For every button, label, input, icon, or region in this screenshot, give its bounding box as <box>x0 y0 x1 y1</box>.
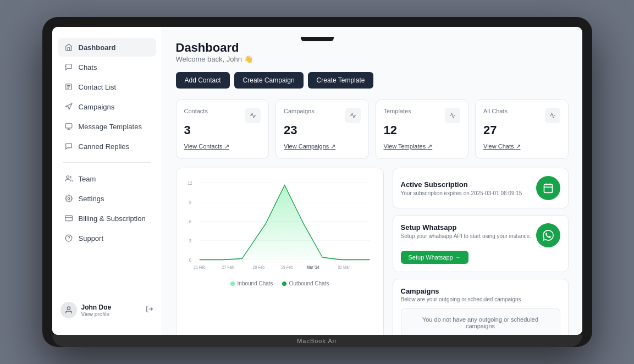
svg-point-8 <box>68 197 70 200</box>
whatsapp-title: Setup Whatsapp <box>401 223 531 231</box>
list-icon <box>64 82 73 91</box>
svg-text:0: 0 <box>189 257 191 263</box>
stat-link-campaigns[interactable]: View Campaigns ↗ <box>284 143 335 150</box>
sidebar-label-campaigns: Campaigns <box>79 103 115 111</box>
chart-svg: 12 9 6 3 0 <box>185 177 374 276</box>
legend-outbound-label: Outbound Chats <box>289 280 329 286</box>
svg-text:28 Feb: 28 Feb <box>252 265 264 271</box>
welcome-text: Welcome back, John 👋 <box>176 55 569 63</box>
sidebar-item-dashboard[interactable]: Dashboard <box>58 38 156 57</box>
subscription-text: Active Subscription Your subscription ex… <box>401 180 522 196</box>
svg-rect-4 <box>65 124 72 128</box>
chart-legend: Inbound Chats Outbound Chats <box>185 280 374 286</box>
campaigns-section-sub: Below are your outgoing or scheduled cam… <box>401 296 560 302</box>
campaigns-section-card: Campaigns Below are your outgoing or sch… <box>393 279 569 335</box>
page-title: Dashboard <box>176 41 569 55</box>
stat-link-contacts[interactable]: View Contacts ↗ <box>184 143 229 150</box>
bottom-row: 12 9 6 3 0 <box>176 168 569 335</box>
sidebar-label-team: Team <box>79 175 96 183</box>
whatsapp-icon <box>536 223 560 247</box>
megaphone-icon <box>64 102 73 111</box>
campaigns-section-title: Campaigns <box>401 287 560 295</box>
stat-value-chats: 27 <box>483 123 560 137</box>
svg-text:02 Mar: 02 Mar <box>338 265 350 271</box>
stats-icon-chats <box>545 108 560 123</box>
sidebar-label-contact-list: Contact List <box>79 83 117 91</box>
legend-outbound: Outbound Chats <box>282 280 329 286</box>
add-contact-button[interactable]: Add Contact <box>176 72 230 89</box>
svg-point-7 <box>66 176 69 179</box>
user-info: John Doe View profile <box>81 304 112 317</box>
avatar <box>60 302 77 318</box>
right-panel: Active Subscription Your subscription ex… <box>393 168 569 335</box>
svg-text:27 Feb: 27 Feb <box>222 265 233 271</box>
setup-whatsapp-button[interactable]: Setup Whatsapp → <box>401 251 468 264</box>
stat-card-chats: All Chats 27 View Chats ↗ <box>475 100 569 159</box>
sidebar-label-billing: Billing & Subscription <box>79 214 146 223</box>
sidebar-item-chats[interactable]: Chats <box>58 58 156 76</box>
svg-point-12 <box>67 307 70 310</box>
sidebar-nav: Dashboard Chats Contact List <box>52 38 162 296</box>
whatsapp-sub: Setup your whatsapp API to start using y… <box>401 233 531 239</box>
inbound-dot <box>230 282 235 286</box>
home-icon <box>64 43 73 52</box>
sidebar-item-support[interactable]: Support <box>58 229 156 247</box>
gear-icon <box>64 194 73 203</box>
stat-label-contacts: Contacts <box>184 108 208 114</box>
users-icon <box>64 174 73 183</box>
sidebar-item-team[interactable]: Team <box>58 169 156 188</box>
sidebar-label-canned-replies: Canned Replies <box>79 142 130 151</box>
stats-icon-campaigns <box>345 108 361 123</box>
stats-icon-templates <box>445 108 460 123</box>
sidebar: Dashboard Chats Contact List <box>52 27 162 335</box>
sidebar-label-support: Support <box>79 234 104 242</box>
reply-icon <box>64 142 73 151</box>
stat-link-chats[interactable]: View Chats ↗ <box>483 143 521 150</box>
sidebar-user-section: John Doe View profile <box>52 296 162 324</box>
chart-card: 12 9 6 3 0 <box>176 168 384 335</box>
main-content: Dashboard Welcome back, John 👋 Add Conta… <box>162 27 582 335</box>
stat-card-contacts: Contacts 3 View Contacts ↗ <box>176 100 269 159</box>
sidebar-label-settings: Settings <box>79 195 104 203</box>
svg-text:Mar '24: Mar '24 <box>306 265 319 271</box>
sidebar-item-campaigns[interactable]: Campaigns <box>58 97 156 116</box>
template-icon <box>64 122 73 131</box>
outbound-dot <box>282 282 286 286</box>
stats-icon-contacts <box>245 108 261 123</box>
sidebar-divider <box>63 162 151 163</box>
stat-label-campaigns: Campaigns <box>284 108 315 114</box>
subscription-title: Active Subscription <box>401 180 522 189</box>
create-campaign-button[interactable]: Create Campaign <box>234 72 304 89</box>
whatsapp-text: Setup Whatsapp Setup your whatsapp API t… <box>401 223 531 239</box>
stat-card-campaigns: Campaigns 23 View Campaigns ↗ <box>275 100 369 159</box>
sidebar-item-canned-replies[interactable]: Canned Replies <box>58 137 156 156</box>
user-name: John Doe <box>81 304 112 311</box>
svg-text:3: 3 <box>189 238 191 244</box>
stat-value-contacts: 3 <box>184 123 261 137</box>
logout-icon[interactable] <box>146 305 153 315</box>
laptop-model: MacBook Air <box>297 338 337 344</box>
subscription-icon <box>536 176 560 200</box>
sidebar-item-settings[interactable]: Settings <box>58 189 156 208</box>
sidebar-item-billing[interactable]: Billing & Subscription <box>58 209 156 228</box>
svg-text:26 Feb: 26 Feb <box>194 265 205 271</box>
svg-rect-29 <box>544 184 552 192</box>
stat-label-chats: All Chats <box>483 108 508 114</box>
legend-inbound-label: Inbound Chats <box>238 280 273 286</box>
svg-text:12: 12 <box>188 180 192 186</box>
subscription-sub: Your subscription expires on 2025-03-01 … <box>401 190 522 196</box>
stats-row: Contacts 3 View Contacts ↗ Campaigns <box>176 100 569 159</box>
create-template-button[interactable]: Create Template <box>308 72 374 89</box>
sidebar-user[interactable]: John Doe View profile <box>60 302 112 318</box>
stat-link-templates[interactable]: View Templates ↗ <box>384 143 433 150</box>
stat-value-templates: 12 <box>384 123 461 137</box>
sidebar-label-dashboard: Dashboard <box>79 43 116 52</box>
toolbar: Add Contact Create Campaign Create Templ… <box>176 72 569 89</box>
svg-rect-9 <box>65 216 72 220</box>
user-sub: View profile <box>81 311 112 317</box>
svg-text:29 Feb: 29 Feb <box>281 265 293 271</box>
sidebar-item-message-templates[interactable]: Message Templates <box>58 117 156 136</box>
sidebar-item-contact-list[interactable]: Contact List <box>58 78 156 96</box>
stat-card-templates: Templates 12 View Templates ↗ <box>376 100 469 159</box>
stat-label-templates: Templates <box>384 108 411 114</box>
